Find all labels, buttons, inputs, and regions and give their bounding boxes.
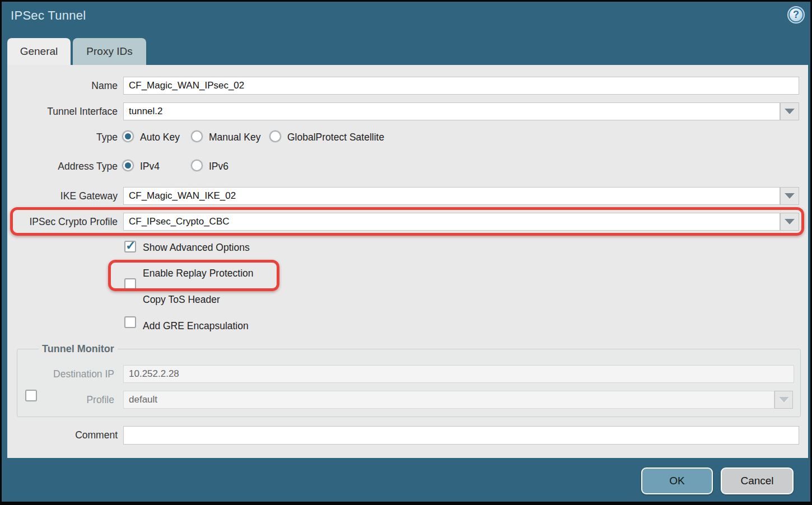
radio-auto-key[interactable] [122,130,134,142]
chevron-down-icon [785,193,795,199]
name-label: Name [2,80,118,92]
ipsec-crypto-profile-dropdown-button[interactable] [780,213,799,231]
show-advanced-options-checkbox[interactable] [124,241,136,252]
name-input[interactable] [123,77,799,95]
comment-label: Comment [2,429,118,441]
destination-ip-label: Destination IP [2,368,114,380]
chevron-down-icon [779,397,789,403]
ipsec-crypto-profile-label: IPSec Crypto Profile [2,216,118,228]
ike-gateway-label: IKE Gateway [2,190,118,202]
add-gre-encapsulation-label: Add GRE Encapsulation [143,320,249,332]
address-type-label: Address Type [2,160,118,172]
chevron-down-icon [785,219,795,225]
radio-globalprotect-satellite[interactable] [269,130,281,142]
enable-replay-protection-checkbox[interactable] [124,278,136,290]
ike-gateway-dropdown-button[interactable] [780,187,799,205]
cancel-button[interactable]: Cancel [721,467,794,494]
show-advanced-options-label: Show Advanced Options [143,241,250,254]
ok-button-label: OK [669,475,684,487]
tab-general-label: General [20,45,58,58]
ok-button[interactable]: OK [641,467,713,494]
destination-ip-input [123,365,794,383]
radio-manual-key[interactable] [191,130,203,142]
radio-manual-key-label: Manual Key [209,131,260,143]
tunnel-interface-input[interactable] [123,102,780,120]
tunnel-monitor-legend: Tunnel Monitor [39,343,118,355]
radio-ipv4[interactable] [122,160,134,171]
question-mark-glyph: ? [793,9,799,21]
radio-globalprotect-satellite-label: GlobalProtect Satellite [287,131,384,143]
type-label: Type [2,131,118,143]
copy-tos-header-checkbox[interactable] [124,316,136,328]
radio-ipv6-label: IPv6 [209,160,228,172]
ike-gateway-input[interactable] [123,187,780,205]
profile-input [123,391,774,409]
tunnel-interface-label: Tunnel Interface [2,105,118,118]
enable-replay-protection-label: Enable Replay Protection [143,267,253,279]
ipsec-tunnel-dialog: IPSec Tunnel ? General Proxy IDs Name Tu… [0,0,812,505]
profile-label: Profile [2,394,114,406]
profile-dropdown-button [774,391,793,409]
radio-ipv4-label: IPv4 [140,160,160,172]
copy-tos-header-label: Copy ToS Header [143,293,220,306]
help-icon[interactable]: ? [788,7,804,22]
radio-auto-key-label: Auto Key [140,131,180,143]
cancel-button-label: Cancel [740,475,773,487]
dialog-title: IPSec Tunnel [11,8,86,23]
tunnel-interface-dropdown-button[interactable] [780,102,799,120]
comment-input[interactable] [123,426,799,445]
ipsec-crypto-profile-input[interactable] [123,213,780,231]
tab-proxy-ids-label: Proxy IDs [86,45,132,58]
radio-ipv6[interactable] [191,160,203,171]
tab-proxy-ids[interactable]: Proxy IDs [73,38,146,65]
tab-general[interactable]: General [7,38,71,65]
chevron-down-icon [785,109,795,114]
